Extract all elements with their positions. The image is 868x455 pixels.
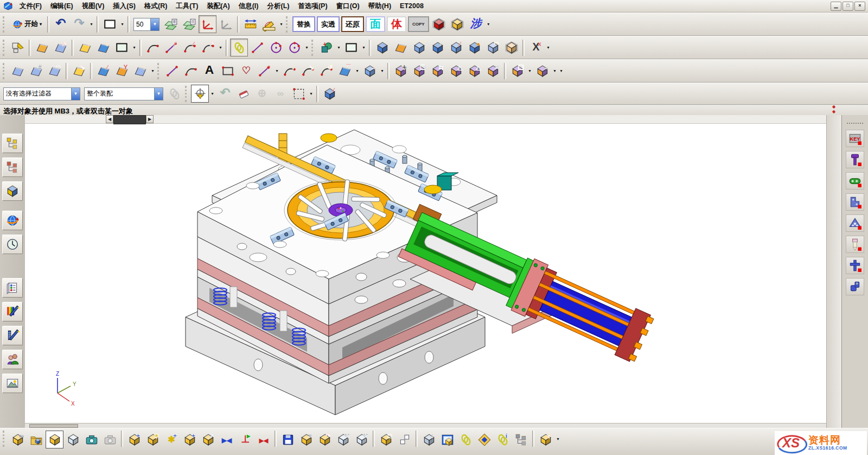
join-curves-button[interactable]: [230, 39, 248, 56]
make-work-part-button[interactable]: ⚒: [334, 431, 352, 448]
replace-face-button[interactable]: ⇆: [429, 62, 446, 80]
menu-assemblies[interactable]: 装配(A): [202, 2, 234, 10]
undo-list-dropdown[interactable]: ▾: [88, 16, 94, 33]
dropdown-arrow-icon[interactable]: ▼: [154, 88, 163, 100]
solid-yellow-cube-button[interactable]: [449, 15, 467, 33]
find-in-tree-button[interactable]: ∞: [271, 85, 289, 103]
snap-point-dropdown[interactable]: ▾: [209, 86, 215, 102]
menu-help[interactable]: 帮助(H): [364, 2, 395, 10]
reuse-bracket-item[interactable]: [846, 193, 864, 211]
scroll-thumb[interactable]: [29, 424, 78, 428]
plane-dropdown[interactable]: ▾: [131, 40, 137, 56]
menu-window[interactable]: 窗口(O): [332, 2, 364, 10]
view-style-dropdown[interactable]: ▾: [119, 16, 125, 33]
revolve-button[interactable]: [392, 39, 410, 56]
measure-distance-button[interactable]: [241, 15, 259, 33]
graphics-top-scrollbar[interactable]: ◀ ▶: [25, 115, 827, 124]
project-curve-button[interactable]: ↓: [280, 62, 298, 80]
history-button[interactable]: [2, 235, 23, 254]
mesh-surface-button[interactable]: #: [27, 62, 45, 80]
blend-face-button[interactable]: △: [447, 62, 465, 80]
work-layer-combo[interactable]: 50▼: [133, 18, 159, 31]
visual-effects-button[interactable]: ✦: [2, 326, 23, 345]
expressions-dropdown[interactable]: ▾: [545, 40, 551, 56]
rectangle-select-dropdown[interactable]: ▾: [308, 86, 314, 102]
exploded-views-button[interactable]: ↕: [420, 431, 438, 448]
palettes-button[interactable]: [2, 278, 23, 298]
offset-face-button[interactable]: ❏: [410, 62, 428, 80]
gallery-button[interactable]: [2, 374, 23, 393]
menu-analysis[interactable]: 分析(L): [263, 2, 293, 10]
hydraulic-cylinder[interactable]: [511, 259, 656, 365]
move-to-layer-button[interactable]: ↓: [180, 15, 198, 33]
datum-plane-button[interactable]: ↑: [76, 39, 94, 56]
split-body-button[interactable]: ∕: [447, 39, 465, 56]
reuse-ejector-pin-item[interactable]: [846, 236, 864, 253]
selection-scope-combo[interactable]: 整个装配▼: [84, 87, 163, 100]
offset-surface-button[interactable]: ↕: [94, 39, 112, 56]
toolbar-grip[interactable]: [185, 86, 189, 102]
toolbar-grip[interactable]: [3, 63, 7, 79]
assembly-constraints-button[interactable]: ⊥▶: [236, 431, 254, 448]
slot-button[interactable]: ⌐: [429, 39, 446, 56]
new-component-button[interactable]: ✱: [144, 431, 162, 448]
copy-face-button[interactable]: ❏: [508, 62, 526, 80]
deselect-button[interactable]: [234, 85, 252, 103]
toolbar-grip[interactable]: [286, 16, 290, 33]
solid-red-cube-button[interactable]: [430, 15, 448, 33]
view-style-button[interactable]: [101, 15, 119, 33]
unhide-component-button[interactable]: [395, 431, 413, 448]
interference-button[interactable]: 涉: [467, 15, 485, 33]
reuse-plate-item[interactable]: [846, 214, 864, 232]
show-only-button[interactable]: □: [377, 431, 395, 448]
text-button[interactable]: A: [200, 62, 218, 80]
wcs-display-button[interactable]: [199, 15, 216, 33]
menu-information[interactable]: 信息(I): [234, 2, 263, 10]
shell-button[interactable]: [502, 39, 520, 56]
redo-button[interactable]: ↷: [70, 15, 88, 33]
graphics-window[interactable]: Z Y X ◀ ▶: [25, 115, 827, 428]
line-button[interactable]: [248, 39, 266, 56]
replace-component-button[interactable]: ↷: [316, 431, 334, 448]
restore-button[interactable]: □: [843, 2, 853, 11]
open-component-button[interactable]: [27, 431, 45, 448]
toolbar-grip[interactable]: [311, 40, 316, 56]
circle-button[interactable]: [267, 39, 285, 56]
toolbar-grip[interactable]: [3, 16, 7, 33]
toolbar-grip[interactable]: [157, 63, 162, 79]
isolate-component-button[interactable]: [438, 431, 456, 448]
rectangle-select-button[interactable]: [290, 85, 308, 103]
move-face-button[interactable]: ✚: [392, 62, 410, 80]
curve2-dropdown[interactable]: ▾: [274, 63, 280, 79]
replace-button[interactable]: 替换: [292, 16, 315, 32]
roles-button[interactable]: [2, 350, 23, 369]
flatten-dropdown[interactable]: ▾: [354, 63, 360, 79]
bounded-plane-button[interactable]: ◠: [46, 62, 63, 80]
add-component-button[interactable]: +: [125, 431, 143, 448]
sequence-dropdown[interactable]: ▾: [555, 431, 561, 447]
add-instance-button[interactable]: +: [181, 431, 199, 448]
restore-button[interactable]: 还原: [341, 16, 364, 32]
menu-view[interactable]: 视图(V): [78, 2, 109, 10]
block-button[interactable]: [373, 39, 391, 56]
line2-button[interactable]: [163, 62, 181, 80]
plane-swatch-button[interactable]: [113, 39, 131, 56]
hole-button[interactable]: ●: [465, 39, 483, 56]
swept-surface-button[interactable]: ↗: [52, 39, 69, 56]
capture-arrangement-button[interactable]: [82, 431, 100, 448]
curve-trim-button[interactable]: ∕: [162, 39, 180, 56]
measure-dropdown[interactable]: ▾: [278, 16, 284, 33]
more-face-dropdown[interactable]: ▾: [558, 63, 564, 79]
wcs-dynamics-button[interactable]: [217, 15, 235, 33]
visualization-button[interactable]: ✦: [2, 302, 23, 321]
close-button[interactable]: ×: [854, 2, 865, 11]
surface-dropdown[interactable]: ▾: [150, 63, 156, 79]
custom-tools-dropdown[interactable]: ▾: [486, 16, 492, 33]
mirror-assembly-button[interactable]: ▶◀: [218, 431, 235, 448]
combine-curve-button[interactable]: ↘: [299, 62, 317, 80]
viewport-canvas[interactable]: Z Y X: [25, 115, 827, 428]
wave-geometry-linker-button[interactable]: [475, 431, 493, 448]
boss-button[interactable]: ◠: [484, 39, 502, 56]
pattern-component-button[interactable]: ✱+: [162, 431, 180, 448]
boolean-dropdown[interactable]: ▾: [336, 40, 342, 56]
